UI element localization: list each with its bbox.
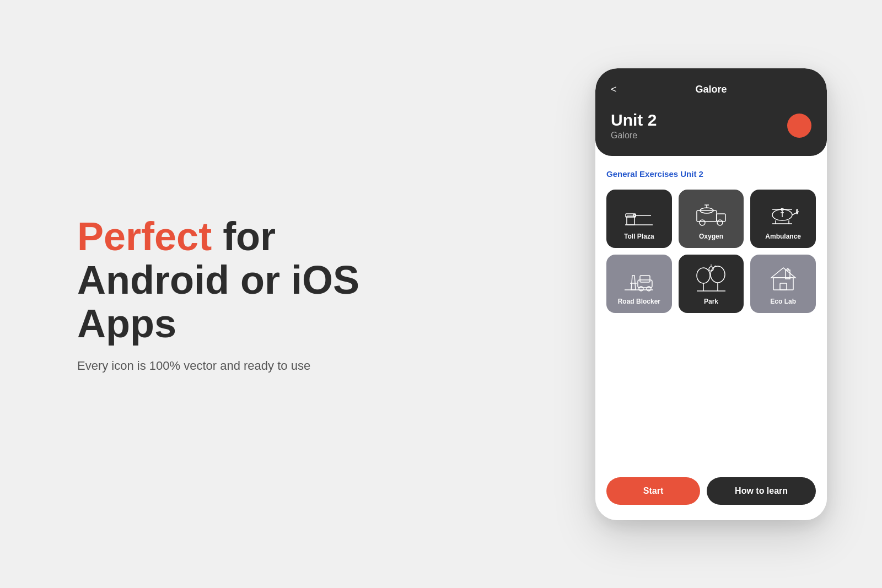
svg-rect-5 [697, 211, 717, 222]
unit-label: Unit 2 [611, 111, 657, 130]
headline-line2: Android or iOS Apps [77, 258, 359, 346]
icon-card-eco-lab[interactable]: Eco Lab [750, 255, 816, 313]
park-label: Park [704, 298, 718, 305]
phone-body: General Exercises Unit 2 [595, 156, 827, 477]
park-icon [695, 265, 728, 292]
svg-rect-40 [780, 283, 787, 290]
icon-card-ambulance[interactable]: Ambulance [750, 190, 816, 248]
svg-rect-14 [797, 209, 798, 214]
unit-info: Unit 2 Galore [611, 111, 657, 141]
main-headline: Perfect for Android or iOS Apps [77, 215, 386, 346]
ambulance-label: Ambulance [765, 233, 801, 240]
icon-card-park[interactable]: Park [679, 255, 744, 313]
section-title: General Exercises Unit 2 [606, 169, 816, 179]
eco-lab-label: Eco Lab [770, 298, 796, 305]
icon-card-oxygen[interactable]: Oxygen [679, 190, 744, 248]
road-blocker-icon [622, 265, 655, 292]
svg-point-27 [647, 287, 651, 291]
svg-rect-25 [640, 276, 650, 282]
how-to-learn-button[interactable]: How to learn [707, 477, 816, 505]
ambulance-icon [767, 199, 800, 227]
back-button[interactable]: < [611, 84, 617, 95]
eco-lab-icon [767, 265, 800, 292]
icon-grid: Toll Plaza [606, 190, 816, 313]
svg-rect-38 [773, 278, 793, 290]
page-wrapper: Perfect for Android or iOS Apps Every ic… [0, 0, 882, 588]
unit-subtitle: Galore [611, 131, 657, 141]
start-button[interactable]: Start [606, 477, 700, 505]
headline-accent: Perfect [77, 214, 212, 258]
phone-mockup: < Galore Unit 2 Galore General Exercises… [595, 68, 827, 520]
phone-title: Galore [695, 84, 727, 95]
icon-card-road-blocker[interactable]: Road Blocker [606, 255, 672, 313]
toll-plaza-label: Toll Plaza [624, 233, 654, 240]
svg-point-26 [639, 287, 643, 291]
red-dot-indicator [787, 114, 811, 138]
svg-marker-37 [771, 268, 795, 278]
phone-footer: Start How to learn [595, 477, 827, 520]
svg-point-29 [697, 268, 710, 283]
svg-marker-22 [631, 276, 636, 290]
left-content: Perfect for Android or iOS Apps Every ic… [77, 215, 386, 374]
phone-nav: < Galore [611, 84, 811, 95]
subtitle-text: Every icon is 100% vector and ready to u… [77, 359, 386, 373]
toll-plaza-icon [622, 199, 655, 227]
svg-point-9 [717, 220, 723, 225]
oxygen-label: Oxygen [699, 233, 723, 240]
road-blocker-label: Road Blocker [618, 298, 660, 305]
svg-point-8 [700, 220, 705, 225]
headline-rest: for [212, 214, 276, 258]
icon-card-toll-plaza[interactable]: Toll Plaza [606, 190, 672, 248]
unit-section: Unit 2 Galore [611, 106, 811, 141]
svg-point-31 [711, 266, 725, 283]
oxygen-icon [695, 199, 728, 227]
phone-header: < Galore Unit 2 Galore [595, 68, 827, 156]
